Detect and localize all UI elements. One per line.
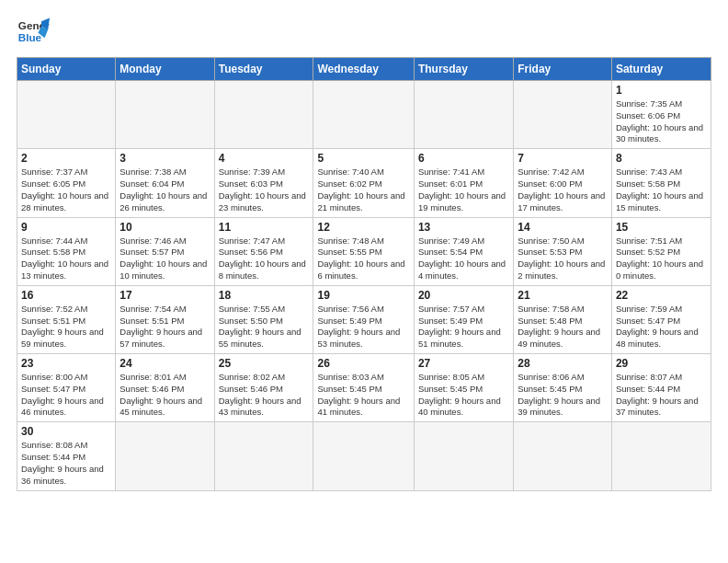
- day-info: Sunrise: 7:50 AM Sunset: 5:53 PM Dayligh…: [518, 236, 608, 282]
- day-number: 11: [219, 221, 310, 234]
- day-number: 13: [418, 221, 509, 234]
- day-number: 15: [616, 221, 707, 234]
- calendar-cell-2-5: 14Sunrise: 7:50 AM Sunset: 5:53 PM Dayli…: [514, 217, 612, 285]
- calendar-cell-3-4: 20Sunrise: 7:57 AM Sunset: 5:49 PM Dayli…: [414, 285, 513, 353]
- day-info: Sunrise: 7:49 AM Sunset: 5:54 PM Dayligh…: [418, 236, 509, 282]
- calendar-cell-5-2: [214, 422, 313, 490]
- day-number: 12: [317, 221, 409, 234]
- day-number: 28: [518, 357, 608, 370]
- day-number: 7: [518, 152, 608, 165]
- day-info: Sunrise: 7:47 AM Sunset: 5:56 PM Dayligh…: [219, 236, 310, 282]
- week-row-1: 2Sunrise: 7:37 AM Sunset: 6:05 PM Daylig…: [17, 149, 711, 217]
- day-info: Sunrise: 8:01 AM Sunset: 5:46 PM Dayligh…: [119, 372, 210, 419]
- day-info: Sunrise: 7:46 AM Sunset: 5:57 PM Dayligh…: [119, 236, 210, 282]
- day-info: Sunrise: 8:06 AM Sunset: 5:45 PM Dayligh…: [518, 372, 608, 419]
- weekday-header-tuesday: Tuesday: [214, 58, 313, 81]
- calendar-cell-0-5: [514, 81, 612, 149]
- calendar-cell-2-3: 12Sunrise: 7:48 AM Sunset: 5:55 PM Dayli…: [313, 217, 414, 285]
- calendar-cell-3-1: 17Sunrise: 7:54 AM Sunset: 5:51 PM Dayli…: [116, 285, 214, 353]
- calendar-cell-1-5: 7Sunrise: 7:42 AM Sunset: 6:00 PM Daylig…: [514, 149, 612, 217]
- calendar-cell-0-3: [313, 81, 414, 149]
- calendar-cell-1-1: 3Sunrise: 7:38 AM Sunset: 6:04 PM Daylig…: [116, 149, 214, 217]
- calendar-cell-2-0: 9Sunrise: 7:44 AM Sunset: 5:58 PM Daylig…: [17, 217, 116, 285]
- week-row-2: 9Sunrise: 7:44 AM Sunset: 5:58 PM Daylig…: [17, 217, 711, 285]
- weekday-header-wednesday: Wednesday: [313, 58, 414, 81]
- calendar-cell-1-3: 5Sunrise: 7:40 AM Sunset: 6:02 PM Daylig…: [313, 149, 414, 217]
- day-info: Sunrise: 7:51 AM Sunset: 5:52 PM Dayligh…: [616, 236, 707, 282]
- day-info: Sunrise: 8:02 AM Sunset: 5:46 PM Dayligh…: [219, 372, 310, 419]
- calendar-cell-1-2: 4Sunrise: 7:39 AM Sunset: 6:03 PM Daylig…: [214, 149, 313, 217]
- calendar-cell-0-6: 1Sunrise: 7:35 AM Sunset: 6:06 PM Daylig…: [611, 81, 711, 149]
- day-info: Sunrise: 8:07 AM Sunset: 5:44 PM Dayligh…: [616, 372, 707, 419]
- calendar-cell-3-2: 18Sunrise: 7:55 AM Sunset: 5:50 PM Dayli…: [214, 285, 313, 353]
- day-info: Sunrise: 7:44 AM Sunset: 5:58 PM Dayligh…: [21, 236, 111, 282]
- day-number: 21: [518, 289, 608, 302]
- day-number: 20: [418, 289, 509, 302]
- day-number: 14: [518, 221, 608, 234]
- day-number: 18: [219, 289, 310, 302]
- calendar-cell-4-0: 23Sunrise: 8:00 AM Sunset: 5:47 PM Dayli…: [17, 354, 116, 422]
- weekday-header-row: SundayMondayTuesdayWednesdayThursdayFrid…: [17, 58, 711, 81]
- day-number: 9: [21, 221, 111, 234]
- day-info: Sunrise: 7:43 AM Sunset: 5:58 PM Dayligh…: [616, 167, 707, 213]
- calendar-cell-2-4: 13Sunrise: 7:49 AM Sunset: 5:54 PM Dayli…: [414, 217, 513, 285]
- day-info: Sunrise: 7:55 AM Sunset: 5:50 PM Dayligh…: [219, 304, 310, 350]
- day-number: 22: [616, 289, 707, 302]
- calendar-cell-3-3: 19Sunrise: 7:56 AM Sunset: 5:49 PM Dayli…: [313, 285, 414, 353]
- calendar-cell-5-0: 30Sunrise: 8:08 AM Sunset: 5:44 PM Dayli…: [17, 422, 116, 490]
- calendar-cell-0-1: [116, 81, 214, 149]
- day-number: 2: [21, 152, 111, 165]
- calendar-cell-5-5: [514, 422, 612, 490]
- page: General Blue SundayMondayTuesdayWednesda…: [0, 0, 728, 563]
- calendar-cell-5-4: [414, 422, 513, 490]
- calendar-cell-4-4: 27Sunrise: 8:05 AM Sunset: 5:45 PM Dayli…: [414, 354, 513, 422]
- calendar-cell-2-1: 10Sunrise: 7:46 AM Sunset: 5:57 PM Dayli…: [116, 217, 214, 285]
- week-row-3: 16Sunrise: 7:52 AM Sunset: 5:51 PM Dayli…: [17, 285, 711, 353]
- calendar-cell-1-0: 2Sunrise: 7:37 AM Sunset: 6:05 PM Daylig…: [17, 149, 116, 217]
- day-info: Sunrise: 7:35 AM Sunset: 6:06 PM Dayligh…: [616, 98, 707, 145]
- day-number: 17: [119, 289, 210, 302]
- weekday-header-saturday: Saturday: [611, 58, 711, 81]
- day-number: 30: [21, 425, 111, 438]
- calendar-cell-5-1: [116, 422, 214, 490]
- calendar-cell-2-6: 15Sunrise: 7:51 AM Sunset: 5:52 PM Dayli…: [611, 217, 711, 285]
- day-number: 1: [616, 84, 707, 97]
- day-number: 10: [119, 221, 210, 234]
- calendar-cell-3-0: 16Sunrise: 7:52 AM Sunset: 5:51 PM Dayli…: [17, 285, 116, 353]
- calendar-cell-0-0: [17, 81, 116, 149]
- weekday-header-friday: Friday: [514, 58, 612, 81]
- day-info: Sunrise: 7:42 AM Sunset: 6:00 PM Dayligh…: [518, 167, 608, 213]
- day-number: 8: [616, 152, 707, 165]
- calendar-cell-5-3: [313, 422, 414, 490]
- week-row-5: 30Sunrise: 8:08 AM Sunset: 5:44 PM Dayli…: [17, 422, 711, 490]
- day-info: Sunrise: 7:39 AM Sunset: 6:03 PM Dayligh…: [219, 167, 310, 213]
- day-number: 24: [119, 357, 210, 370]
- calendar-cell-3-6: 22Sunrise: 7:59 AM Sunset: 5:47 PM Dayli…: [611, 285, 711, 353]
- day-info: Sunrise: 7:48 AM Sunset: 5:55 PM Dayligh…: [317, 236, 409, 282]
- weekday-header-monday: Monday: [116, 58, 214, 81]
- calendar-table: SundayMondayTuesdayWednesdayThursdayFrid…: [17, 57, 711, 491]
- day-number: 27: [418, 357, 509, 370]
- calendar-cell-5-6: [611, 422, 711, 490]
- day-info: Sunrise: 7:59 AM Sunset: 5:47 PM Dayligh…: [616, 304, 707, 350]
- day-info: Sunrise: 7:54 AM Sunset: 5:51 PM Dayligh…: [119, 304, 210, 350]
- day-number: 26: [317, 357, 409, 370]
- calendar-cell-4-1: 24Sunrise: 8:01 AM Sunset: 5:46 PM Dayli…: [116, 354, 214, 422]
- day-info: Sunrise: 8:05 AM Sunset: 5:45 PM Dayligh…: [418, 372, 509, 419]
- day-info: Sunrise: 8:00 AM Sunset: 5:47 PM Dayligh…: [21, 372, 111, 419]
- day-info: Sunrise: 7:56 AM Sunset: 5:49 PM Dayligh…: [317, 304, 409, 350]
- calendar-cell-0-2: [214, 81, 313, 149]
- week-row-0: 1Sunrise: 7:35 AM Sunset: 6:06 PM Daylig…: [17, 81, 711, 149]
- day-number: 23: [21, 357, 111, 370]
- day-number: 19: [317, 289, 409, 302]
- day-number: 6: [418, 152, 509, 165]
- day-info: Sunrise: 8:08 AM Sunset: 5:44 PM Dayligh…: [21, 440, 111, 487]
- calendar-cell-3-5: 21Sunrise: 7:58 AM Sunset: 5:48 PM Dayli…: [514, 285, 612, 353]
- day-number: 3: [119, 152, 210, 165]
- calendar-cell-1-4: 6Sunrise: 7:41 AM Sunset: 6:01 PM Daylig…: [414, 149, 513, 217]
- day-number: 4: [219, 152, 310, 165]
- calendar-cell-0-4: [414, 81, 513, 149]
- day-info: Sunrise: 7:37 AM Sunset: 6:05 PM Dayligh…: [21, 167, 111, 213]
- day-info: Sunrise: 7:58 AM Sunset: 5:48 PM Dayligh…: [518, 304, 608, 350]
- calendar-cell-4-2: 25Sunrise: 8:02 AM Sunset: 5:46 PM Dayli…: [214, 354, 313, 422]
